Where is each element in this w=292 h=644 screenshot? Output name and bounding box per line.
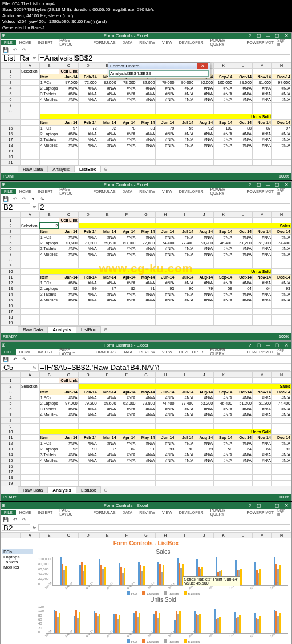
tab-view[interactable]: VIEW	[159, 40, 176, 45]
titlebar: ⊞ Form Controls - Excel ? ▢ — ▢ ✕	[1, 33, 291, 39]
filter-icon[interactable]: ▼	[30, 196, 36, 202]
listbox-control[interactable]: PCsLaptopsTabletsMobiles	[2, 549, 33, 570]
tab-review[interactable]: REVIEW	[136, 40, 159, 45]
signin-link[interactable]: Sign in	[277, 38, 291, 46]
excel-icon: ⊞	[2, 33, 6, 38]
excel-window-1: ⊞ Form Controls - Excel ? ▢ — ▢ ✕ FILE H…	[0, 32, 292, 180]
spreadsheet-grid[interactable]: ABCDEFGHIJKLMN1Cell Link2Selection2Sales…	[1, 211, 291, 325]
sales-chart[interactable]: Sales100,00080,00060,00040,00020,0000Jan…	[35, 549, 291, 595]
undo-icon[interactable]: ↶	[12, 47, 18, 53]
help-icon[interactable]: ?	[246, 33, 254, 38]
zoom-level[interactable]: 100%	[279, 174, 289, 178]
status-mode: POINT	[3, 174, 279, 178]
minimize-button[interactable]: —	[264, 33, 272, 38]
excel-window-2: ⊞Form Controls - Excel ?▢—▢✕ FILE HOMEIN…	[0, 181, 292, 341]
name-box[interactable]	[2, 364, 30, 371]
tab-pagelayout[interactable]: PAGE LAYOUT	[56, 38, 90, 47]
page-title: Form Controls - ListBox	[1, 539, 291, 548]
formula-bar[interactable]	[38, 524, 290, 531]
tab-powerquery[interactable]: POWER QUERY	[207, 38, 244, 47]
sheet-tab-bar: Raw Data Analysis ListBox ⊕	[1, 165, 291, 173]
redo-icon[interactable]: ↷	[21, 47, 27, 53]
tab-formulas[interactable]: FORMULAS	[90, 40, 119, 45]
tab-insert[interactable]: INSERT	[35, 40, 56, 45]
formula-bar[interactable]	[38, 364, 290, 371]
tab-developer[interactable]: DEVELOPER	[176, 40, 207, 45]
spreadsheet-grid[interactable]: ABCDEFGHIJKLMN1Cell Link2SelectionSales3…	[1, 372, 291, 486]
sheet-tab-rawdata[interactable]: Raw Data	[18, 166, 48, 172]
media-info-header: File: 004 The Listbox.mp4 Size: 30597486…	[0, 0, 292, 32]
tab-powerpivot[interactable]: POWERPIVOT	[244, 40, 277, 45]
save-icon[interactable]: 💾	[3, 47, 9, 53]
fx-icon[interactable]: fx	[30, 204, 38, 210]
close-button[interactable]: ✕	[282, 33, 290, 38]
sort-icon[interactable]: ⇅	[39, 196, 45, 202]
undo-icon[interactable]: ↶	[12, 196, 18, 202]
dialog-title: Format Control	[110, 63, 197, 69]
add-sheet-button[interactable]: ⊕	[100, 167, 111, 172]
tab-home[interactable]: HOME	[16, 40, 35, 45]
ribbon-toggle-icon[interactable]: ▢	[255, 33, 263, 38]
status-bar: POINT 100%	[1, 173, 291, 180]
quick-access-toolbar: 💾 ↶ ↷	[1, 46, 291, 54]
column-headers: ABCDEFGHIJKLMN	[1, 532, 291, 538]
save-icon[interactable]: 💾	[3, 196, 9, 202]
ribbon-tabs: FILE HOME INSERT PAGE LAYOUT FORMULAS DA…	[1, 39, 291, 46]
sheet-tab-analysis[interactable]: Analysis	[47, 166, 75, 172]
fx-icon[interactable]: fx	[30, 55, 38, 61]
units-chart[interactable]: Units Sold120100806040200Jan-14Feb-14Mar…	[35, 597, 291, 643]
excel-window-4: ⊞Form Controls - Excel ?▢—▢✕ FILE HOMEIN…	[0, 502, 292, 644]
redo-icon[interactable]: ↷	[21, 196, 27, 202]
formula-bar[interactable]	[38, 54, 290, 61]
maximize-button[interactable]: ▢	[273, 33, 281, 38]
formula-bar[interactable]	[38, 203, 290, 210]
dialog-close-button[interactable]: ✕	[197, 63, 208, 69]
name-box[interactable]	[2, 524, 30, 531]
tab-data[interactable]: DATA	[119, 40, 136, 45]
sheet-tab-listbox[interactable]: ListBox	[74, 166, 101, 172]
excel-window-3: ⊞Form Controls - Excel ?▢—▢✕ FILE HOMEIN…	[0, 341, 292, 501]
file-tab[interactable]: FILE	[1, 40, 16, 45]
name-box[interactable]	[2, 54, 30, 61]
format-control-dialog[interactable]: Format Control ✕	[108, 62, 210, 78]
dialog-range-input[interactable]	[110, 70, 209, 77]
name-box[interactable]	[2, 203, 30, 210]
